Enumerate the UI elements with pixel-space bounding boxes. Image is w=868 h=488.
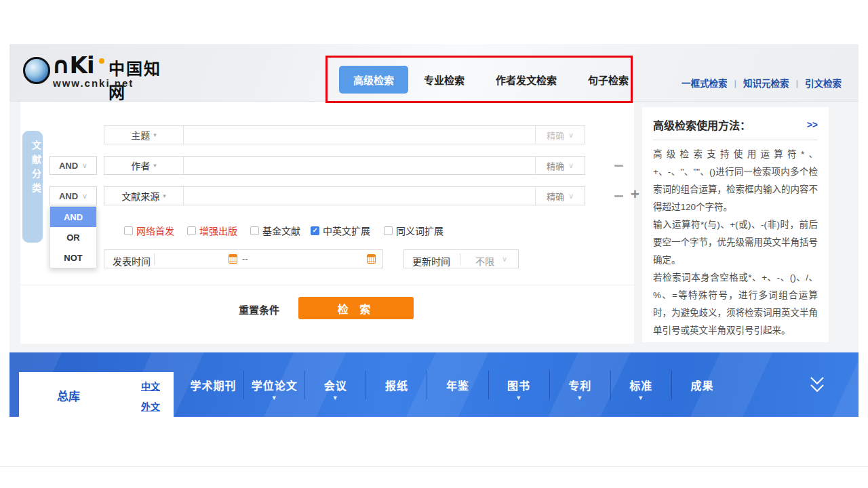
chevron-down-icon: ∨ [502, 255, 507, 264]
remove-row-icon[interactable] [614, 165, 623, 167]
chevron-right-icon: › [42, 180, 45, 190]
date-range-separator: -- [242, 253, 248, 264]
divider [20, 285, 634, 285]
checkbox-label: 基金文献 [262, 224, 300, 237]
checkbox-label: 同义词扩展 [396, 224, 443, 237]
match-mode-value: 精确 [547, 129, 564, 142]
match-mode-select-topic[interactable]: 精确 ∨ [535, 126, 585, 144]
author-input[interactable] [184, 157, 535, 174]
operator-option-or[interactable]: OR [50, 227, 96, 247]
calendar-icon[interactable] [367, 254, 376, 264]
logo-url: www.cnki.net [53, 77, 134, 89]
reset-conditions-button[interactable]: 重置条件 [239, 302, 279, 317]
help-paragraph: 高级检索支持使用运算符*、+、-、''、""、()进行同一检索项内多个检索词的组… [653, 146, 818, 216]
document-category-tab[interactable]: 文献分类 › [22, 131, 43, 243]
calendar-icon[interactable] [229, 254, 237, 264]
checkbox-label: 增强出版 [199, 224, 237, 237]
caret-down-icon: ▼ [271, 394, 278, 401]
cnki-advanced-search-page: ∩Ki 中国知网 www.cnki.net 高级检索 专业检索 作者发文检索 句… [0, 0, 868, 488]
publish-time-from-input[interactable] [159, 250, 226, 268]
divider [460, 253, 460, 265]
total-database-label[interactable]: 总库 [57, 387, 80, 404]
globe-icon [23, 57, 50, 84]
match-mode-select-source[interactable]: 精确 ∨ [535, 187, 585, 205]
help-panel-body: 高级检索支持使用运算符*、+、-、''、""、()进行同一检索项内多个检索词的组… [653, 146, 818, 340]
remove-row-icon[interactable] [614, 195, 623, 197]
checkbox-cn-en-extension[interactable]: 中英文扩展 [311, 224, 370, 237]
operator-option-not[interactable]: NOT [50, 247, 96, 268]
logo-mark: ∩Ki [52, 52, 94, 79]
chevron-down-icon: ∨ [82, 161, 87, 170]
checkbox-icon [384, 226, 393, 235]
match-mode-value: 精确 [547, 190, 564, 203]
search-button[interactable]: 检 索 [298, 297, 414, 319]
chinese-language-link[interactable]: 中文 [141, 379, 160, 392]
tab-advanced-search[interactable]: 高级检索 [339, 66, 408, 94]
operator-option-and[interactable]: AND [50, 207, 96, 227]
nav-item-label: 年鉴 [446, 380, 469, 392]
checkbox-synonym-extension[interactable]: 同义词扩展 [384, 224, 443, 237]
chevron-down-icon: ∨ [568, 131, 574, 140]
nav-item-conferences[interactable]: 会议 ▼ [305, 377, 366, 393]
checkbox-icon [187, 226, 196, 235]
checkbox-funded-literature[interactable]: 基金文献 [250, 224, 300, 237]
chevron-down-icon: ∨ [82, 192, 87, 201]
nav-item-label: 专利 [568, 380, 591, 392]
nav-item-label: 成果 [690, 380, 713, 392]
nav-item-patents[interactable]: 专利 ▼ [550, 377, 610, 393]
nav-item-books[interactable]: 图书 ▼ [489, 377, 549, 393]
operator-select-row3[interactable]: AND ∨ [50, 186, 97, 205]
field-selector-topic[interactable]: 主题 ▾ [104, 126, 184, 144]
caret-down-icon: ▼ [576, 394, 583, 401]
tab-author-search[interactable]: 作者发文检索 [480, 66, 572, 94]
caret-down-icon: ▼ [515, 394, 522, 401]
checkbox-icon [250, 226, 259, 235]
topic-input[interactable] [184, 126, 535, 144]
caret-down-icon: ▾ [153, 131, 157, 138]
footer-divider [0, 466, 868, 467]
cnki-logo[interactable]: ∩Ki 中国知网 www.cnki.net [20, 54, 170, 94]
field-label: 主题 [131, 128, 150, 142]
logo-dot-icon [99, 58, 104, 64]
chevron-down-icon: ∨ [568, 161, 574, 170]
header-band: ∩Ki 中国知网 www.cnki.net 高级检索 专业检索 作者发文检索 句… [9, 44, 859, 102]
tab-sentence-search[interactable]: 句子检索 [572, 66, 644, 94]
checkbox-network-first[interactable]: 网络首发 [124, 224, 174, 237]
source-input[interactable] [184, 187, 535, 205]
checkbox-enhanced-publishing[interactable]: 增强出版 [187, 224, 237, 237]
caret-down-icon: ▼ [637, 394, 644, 401]
nav-item-yearbooks[interactable]: 年鉴 [427, 377, 488, 393]
field-label: 作者 [131, 159, 150, 172]
nav-item-achievements[interactable]: 成果 [672, 377, 732, 393]
advanced-search-form: 文献分类 › 主题 ▾ 精确 ∨ AND ∨ 作者 ▾ [20, 102, 634, 344]
nav-item-newspapers[interactable]: 报纸 [366, 377, 427, 393]
help-paragraph: 输入运算符*(与)、+(或)、-(非)时，前后要空一个字节，优先级需用英文半角括… [653, 216, 818, 269]
nav-item-dissertations[interactable]: 学位论文 ▼ [244, 377, 304, 393]
expand-more-chevron-icon[interactable] [807, 374, 827, 396]
operator-value: AND [59, 191, 78, 201]
link-citation-search[interactable]: 引文检索 [798, 76, 848, 89]
nav-item-standards[interactable]: 标准 ▼ [611, 377, 671, 393]
foreign-language-link[interactable]: 外文 [141, 399, 160, 413]
field-selector-source[interactable]: 文献来源 ▾ [104, 187, 184, 205]
tab-professional-search[interactable]: 专业检索 [408, 66, 480, 94]
field-label: 文献来源 [121, 189, 159, 203]
checkbox-icon [124, 226, 133, 235]
nav-item-label: 图书 [507, 380, 530, 392]
link-one-box-search[interactable]: 一框式检索 [675, 76, 734, 89]
search-row-author: 作者 ▾ 精确 ∨ [104, 156, 585, 175]
operator-select-row2[interactable]: AND ∨ [50, 156, 97, 175]
help-more-link[interactable]: >> [807, 119, 818, 130]
advanced-search-help-panel: 高级检索使用方法： >> 高级检索支持使用运算符*、+、-、''、""、()进行… [642, 107, 829, 342]
help-panel-header: 高级检索使用方法： >> [653, 117, 818, 133]
total-database-box: 总库 中文 外文 [19, 372, 174, 417]
link-knowledge-element-search[interactable]: 知识元检索 [736, 76, 796, 89]
document-category-label: 文献分类 [22, 140, 43, 197]
add-row-icon[interactable]: + [631, 186, 639, 203]
help-panel-title: 高级检索使用方法： [653, 117, 751, 133]
field-selector-author[interactable]: 作者 ▾ [104, 157, 184, 174]
match-mode-select-author[interactable]: 精确 ∨ [535, 157, 585, 174]
update-time-box[interactable]: 更新时间 不限 ∨ [403, 249, 519, 268]
checkbox-label: 中英文扩展 [323, 224, 370, 237]
nav-item-academic-journals[interactable]: 学术期刊 [183, 377, 243, 393]
